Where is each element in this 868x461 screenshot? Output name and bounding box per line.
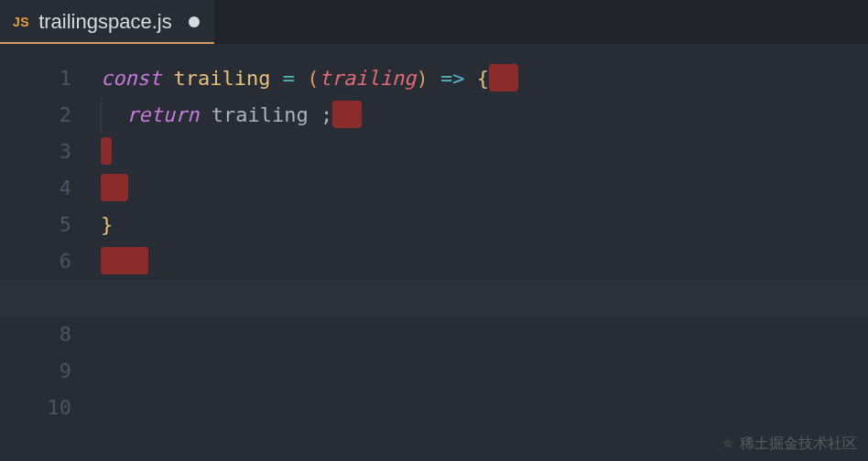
tab-active[interactable]: JS trailingspace.js	[0, 0, 214, 44]
code-line[interactable]	[101, 134, 868, 170]
line-number-gutter: 12345678910	[0, 60, 101, 461]
line-number: 9	[0, 353, 71, 390]
code-line[interactable]	[101, 353, 868, 390]
line-number: 2	[0, 97, 71, 134]
token-plain	[199, 103, 211, 126]
code-line[interactable]	[101, 170, 868, 207]
trailing-whitespace-marker	[489, 64, 518, 91]
token-param: trailing	[319, 67, 416, 90]
code-line[interactable]	[101, 280, 868, 316]
dirty-indicator-icon	[189, 16, 200, 27]
line-number: 1	[0, 60, 71, 97]
token-keyword: return	[126, 103, 199, 126]
code-line[interactable]	[101, 243, 868, 280]
code-area[interactable]: const trailing = (trailing) => {return t…	[101, 60, 868, 461]
tab-filename: trailingspace.js	[38, 10, 172, 34]
token-paren: )	[416, 67, 428, 90]
code-line[interactable]	[101, 390, 868, 426]
code-line[interactable]: const trailing = (trailing) => {	[101, 60, 868, 97]
token-brace: {	[477, 67, 489, 90]
editor[interactable]: 12345678910 const trailing = (trailing) …	[0, 44, 868, 461]
code-line[interactable]: }	[101, 207, 868, 243]
token-ident: trailing	[173, 67, 270, 90]
trailing-whitespace-marker	[101, 247, 148, 274]
token-plain	[270, 67, 282, 90]
line-number: 8	[0, 316, 71, 353]
line-number: 6	[0, 243, 71, 280]
line-number: 5	[0, 207, 71, 243]
js-icon: JS	[13, 15, 29, 29]
code-line[interactable]	[101, 316, 868, 353]
trailing-whitespace-marker	[332, 101, 362, 128]
token-op: =	[283, 67, 295, 90]
token-plain	[295, 67, 307, 90]
watermark-icon	[720, 436, 736, 453]
token-paren: (	[307, 67, 319, 90]
watermark: 稀土掘金技术社区	[720, 434, 857, 454]
watermark-text: 稀土掘金技术社区	[740, 434, 857, 454]
line-number: 4	[0, 170, 71, 207]
token-op: =>	[440, 67, 465, 90]
trailing-whitespace-marker	[101, 137, 112, 165]
trailing-whitespace-marker	[101, 174, 128, 201]
token-plain	[464, 67, 476, 90]
line-number: 10	[0, 390, 71, 426]
token-plain	[429, 67, 440, 90]
line-number: 3	[0, 134, 71, 170]
token-keyword: const	[101, 67, 173, 90]
tab-bar: JS trailingspace.js	[0, 0, 868, 44]
code-line[interactable]: return trailing ;	[101, 97, 868, 134]
indent-guide	[101, 97, 126, 134]
token-brace: }	[101, 213, 113, 236]
token-plain: trailing ;	[212, 103, 332, 126]
